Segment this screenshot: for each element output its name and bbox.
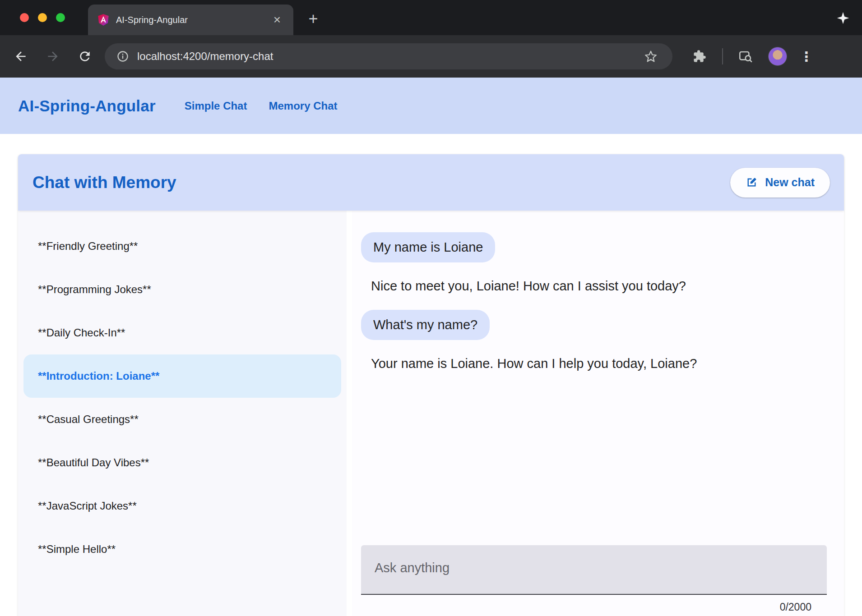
window-controls <box>0 13 65 22</box>
conversation-list: **Friendly Greeting** **Programming Joke… <box>18 211 347 616</box>
site-info-icon[interactable] <box>116 50 129 63</box>
tab-close-icon[interactable]: × <box>270 13 284 27</box>
conversation-title: **Beautiful Day Vibes** <box>38 456 149 469</box>
bookmark-star-icon[interactable] <box>641 46 661 66</box>
memory-chat-panel: Chat with Memory New chat **Friendly Gre… <box>18 154 844 616</box>
char-count: 0/2000 <box>361 601 827 613</box>
chat-message: What's my name? <box>361 310 490 340</box>
toolbar-divider <box>722 48 723 64</box>
profile-avatar[interactable] <box>768 47 787 66</box>
conversation-item[interactable]: **Daily Check-In** <box>23 311 341 354</box>
message-text: What's my name? <box>361 310 490 340</box>
url-text[interactable]: localhost:4200/memory-chat <box>137 50 641 63</box>
reload-icon[interactable] <box>75 46 95 66</box>
nav-link-simple-chat[interactable]: Simple Chat <box>185 100 247 112</box>
new-chat-button[interactable]: New chat <box>730 168 830 198</box>
app-title: AI-Spring-Angular <box>18 97 156 115</box>
conversation-title: **Simple Hello** <box>38 543 116 556</box>
message-text: Your name is Loiane. How can I help you … <box>371 354 697 374</box>
chat-pane: My name is Loiane Nice to meet you, Loia… <box>352 211 844 616</box>
conversation-item[interactable]: **Friendly Greeting** <box>23 225 341 268</box>
window-zoom-button[interactable] <box>56 13 65 22</box>
app-header: AI-Spring-Angular Simple Chat Memory Cha… <box>0 78 862 134</box>
conversation-title: **Programming Jokes** <box>38 283 151 296</box>
browser-menu-icon[interactable]: ⋮ <box>800 49 813 64</box>
chat-message: Your name is Loiane. How can I help you … <box>361 354 697 374</box>
message-text: My name is Loiane <box>361 232 495 262</box>
forward-icon[interactable] <box>43 46 63 66</box>
panel-body: **Friendly Greeting** **Programming Joke… <box>18 211 844 616</box>
chat-message: My name is Loiane <box>361 232 495 262</box>
conversation-item[interactable]: **Introduction: Loiane** <box>23 354 341 398</box>
conversation-title: **Casual Greetings** <box>38 413 139 426</box>
message-input[interactable] <box>361 545 827 595</box>
browser-tab-strip: AI-Spring-Angular × + <box>0 0 862 35</box>
edit-square-icon <box>746 176 758 188</box>
back-icon[interactable] <box>11 46 31 66</box>
angular-favicon-icon <box>97 14 110 26</box>
browser-tab[interactable]: AI-Spring-Angular × <box>88 5 293 35</box>
conversation-item[interactable]: **Casual Greetings** <box>23 398 341 441</box>
extensions-puzzle-icon[interactable] <box>690 46 709 66</box>
conversation-item[interactable]: **JavaScript Jokes** <box>23 484 341 528</box>
conversation-title: **Introduction: Loiane** <box>38 370 159 382</box>
conversation-title: **JavaScript Jokes** <box>38 500 137 512</box>
conversation-title: **Daily Check-In** <box>38 326 125 339</box>
conversation-item[interactable]: **Beautiful Day Vibes** <box>23 441 341 484</box>
window-minimize-button[interactable] <box>38 13 47 22</box>
new-chat-label: New chat <box>765 176 815 189</box>
window-close-button[interactable] <box>20 13 29 22</box>
tab-title: AI-Spring-Angular <box>116 15 270 25</box>
tab-search-icon[interactable] <box>736 46 755 66</box>
conversation-title: **Friendly Greeting** <box>38 240 138 253</box>
chat-message: Nice to meet you, Loiane! How can I assi… <box>361 276 686 296</box>
new-tab-button[interactable]: + <box>303 10 323 30</box>
panel-title: Chat with Memory <box>32 173 176 192</box>
panel-header: Chat with Memory New chat <box>18 154 844 211</box>
conversation-item[interactable]: **Simple Hello** <box>23 528 341 571</box>
message-list: My name is Loiane Nice to meet you, Loia… <box>361 232 827 374</box>
nav-link-memory-chat[interactable]: Memory Chat <box>269 100 337 112</box>
conversation-item[interactable]: **Programming Jokes** <box>23 268 341 311</box>
sparkle-icon[interactable] <box>836 11 850 25</box>
app-nav: Simple Chat Memory Chat <box>185 100 338 112</box>
url-bar[interactable]: localhost:4200/memory-chat <box>105 43 672 69</box>
message-text: Nice to meet you, Loiane! How can I assi… <box>371 276 686 296</box>
composer: 0/2000 <box>361 545 827 613</box>
browser-toolbar: localhost:4200/memory-chat ⋮ <box>0 35 862 78</box>
